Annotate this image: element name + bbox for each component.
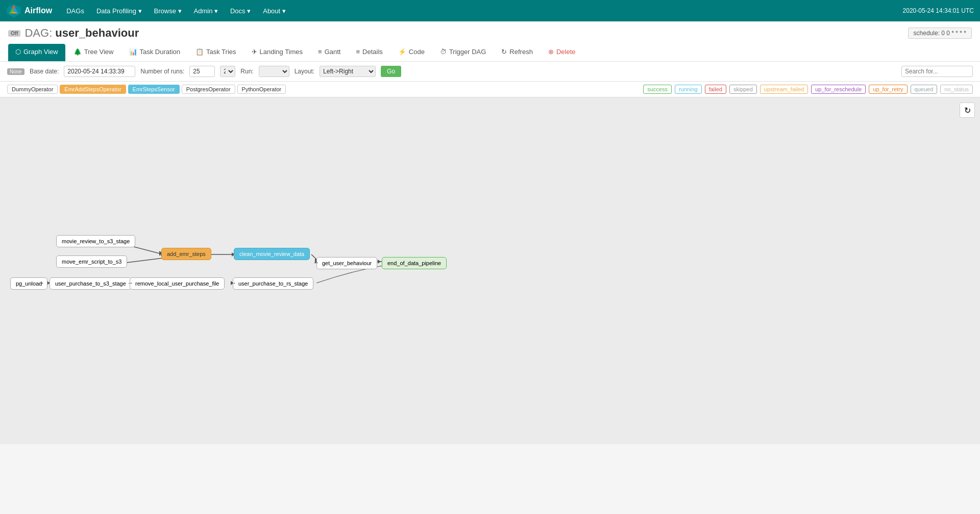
status-queued[interactable]: queued bbox=[911, 85, 938, 94]
search-input[interactable] bbox=[901, 66, 973, 77]
operator-dummy[interactable]: DummyOperator bbox=[7, 85, 58, 94]
graph-canvas: movie_review_to_s3_stage move_emr_script… bbox=[0, 97, 980, 444]
layout-label: Layout: bbox=[295, 68, 314, 75]
tab-refresh[interactable]: ↻ Refresh bbox=[494, 44, 540, 61]
brand[interactable]: Airflow bbox=[6, 3, 52, 18]
arrow-pg-to-purchase: → bbox=[38, 279, 44, 287]
svg-marker-16 bbox=[378, 260, 381, 264]
status-no-status[interactable]: no_status bbox=[940, 85, 973, 94]
node-remove-local-user-purchase-file[interactable]: remove_local_user_purchase_file bbox=[130, 277, 225, 290]
tab-code[interactable]: ⚡ Code bbox=[391, 44, 432, 61]
topnav: Airflow DAGs Data Profiling ▾ Browse ▾ A… bbox=[0, 0, 980, 21]
nav-docs[interactable]: Docs ▾ bbox=[225, 4, 256, 18]
page-header: Off DAG: user_behaviour schedule: 0 0 * … bbox=[0, 21, 980, 62]
tab-gantt[interactable]: ≡ Gantt bbox=[311, 44, 348, 61]
node-add-emr-steps[interactable]: add_emr_steps bbox=[161, 248, 211, 260]
status-legend: success running failed skipped upstream_… bbox=[643, 85, 973, 94]
operator-postgres[interactable]: PostgresOperator bbox=[182, 85, 235, 94]
filter-bar: None Base date: Number of runs: 25 Run: … bbox=[0, 62, 980, 82]
run-select[interactable] bbox=[259, 66, 289, 77]
go-button[interactable]: Go bbox=[381, 66, 401, 77]
delete-icon: ⊗ bbox=[548, 48, 554, 56]
refresh-icon: ↻ bbox=[501, 48, 507, 56]
operator-list: DummyOperator EmrAddStepsOperator EmrSte… bbox=[7, 85, 286, 94]
node-move-emr-script-to-s3[interactable]: move_emr_script_to_s3 bbox=[56, 255, 127, 268]
page-title: DAG: user_behaviour bbox=[24, 27, 139, 40]
canvas-refresh-button[interactable]: ↻ bbox=[960, 102, 975, 118]
trigger-icon: ⏱ bbox=[440, 48, 447, 56]
node-movie-review-to-s3-stage[interactable]: movie_review_to_s3_stage bbox=[56, 235, 135, 247]
status-running[interactable]: running bbox=[675, 85, 702, 94]
code-icon: ⚡ bbox=[398, 48, 406, 56]
airflow-logo-icon bbox=[6, 3, 21, 18]
tab-task-tries[interactable]: 📋 Task Tries bbox=[188, 44, 243, 61]
topnav-items: DAGs Data Profiling ▾ Browse ▾ Admin ▾ D… bbox=[61, 4, 902, 18]
status-upstream-failed[interactable]: upstream_failed bbox=[760, 85, 808, 94]
tree-icon: 🌲 bbox=[74, 48, 82, 56]
num-runs-input[interactable] bbox=[189, 66, 215, 77]
tab-details[interactable]: ≡ Details bbox=[349, 44, 389, 61]
task-duration-icon: 📊 bbox=[129, 48, 137, 56]
dag-toggle-badge[interactable]: Off bbox=[8, 30, 20, 37]
node-end-of-data-pipeline[interactable]: end_of_data_pipeline bbox=[382, 257, 447, 269]
node-user-purchase-to-s3-stage[interactable]: user_purchase_to_s3_stage bbox=[50, 277, 132, 290]
gantt-icon: ≡ bbox=[318, 48, 322, 56]
arrow-purchase-to-remove: → bbox=[127, 279, 133, 287]
status-failed[interactable]: failed bbox=[705, 85, 726, 94]
arrow-remove-to-rs: → bbox=[230, 279, 236, 287]
num-runs-label: Number of runs: bbox=[140, 68, 184, 75]
arrow-get-to-end: → bbox=[312, 259, 319, 266]
operator-emr-add[interactable]: EmrAddStepsOperator bbox=[60, 85, 126, 94]
svg-line-6 bbox=[122, 258, 163, 263]
status-up-for-reschedule[interactable]: up_for_reschedule bbox=[811, 85, 866, 94]
tab-landing-times[interactable]: ✈ Landing Times bbox=[244, 44, 310, 61]
tab-trigger-dag[interactable]: ⏱ Trigger DAG bbox=[433, 44, 493, 61]
none-badge: None bbox=[7, 68, 24, 75]
details-icon: ≡ bbox=[356, 48, 360, 56]
nav-browse[interactable]: Browse ▾ bbox=[149, 4, 187, 18]
base-date-label: Base date: bbox=[30, 68, 59, 75]
tab-delete[interactable]: ⊗ Delete bbox=[541, 44, 583, 61]
status-up-for-retry[interactable]: up_for_retry bbox=[869, 85, 907, 94]
status-success[interactable]: success bbox=[643, 85, 672, 94]
base-date-input[interactable] bbox=[64, 66, 135, 77]
nav-data-profiling[interactable]: Data Profiling ▾ bbox=[91, 4, 147, 18]
tab-task-duration[interactable]: 📊 Task Duration bbox=[122, 44, 187, 61]
tab-nav: ⬡ Graph View 🌲 Tree View 📊 Task Duration… bbox=[8, 44, 972, 61]
status-skipped[interactable]: skipped bbox=[729, 85, 757, 94]
node-user-purchase-to-rs-stage[interactable]: user_purchase_to_rs_stage bbox=[233, 277, 313, 290]
node-clean-movie-review-data[interactable]: clean_movie_review_data bbox=[234, 248, 310, 260]
topnav-timestamp: 2020-05-24 14:34:01 UTC bbox=[903, 7, 974, 14]
nav-about[interactable]: About ▾ bbox=[258, 4, 291, 18]
schedule-badge: schedule: 0 0 * * * * bbox=[908, 28, 972, 39]
operator-python[interactable]: PythonOperator bbox=[237, 85, 286, 94]
operator-bar: DummyOperator EmrAddStepsOperator EmrSte… bbox=[0, 82, 980, 97]
layout-select[interactable]: Left->Right bbox=[320, 66, 376, 77]
nav-admin[interactable]: Admin ▾ bbox=[189, 4, 223, 18]
operator-emr-sensor[interactable]: EmrStepsSensor bbox=[128, 85, 180, 94]
tab-graph-view[interactable]: ⬡ Graph View bbox=[8, 44, 65, 61]
nav-dags[interactable]: DAGs bbox=[61, 4, 89, 18]
run-label: Run: bbox=[240, 68, 253, 75]
landing-times-icon: ✈ bbox=[252, 48, 257, 56]
task-tries-icon: 📋 bbox=[195, 48, 204, 56]
node-get-user-behaviour[interactable]: get_user_behaviour bbox=[316, 257, 377, 269]
num-runs-select[interactable]: 25 bbox=[220, 66, 235, 77]
tab-tree-view[interactable]: 🌲 Tree View bbox=[66, 44, 121, 61]
graph-icon: ⬡ bbox=[15, 48, 21, 56]
arrows-svg bbox=[0, 97, 980, 444]
